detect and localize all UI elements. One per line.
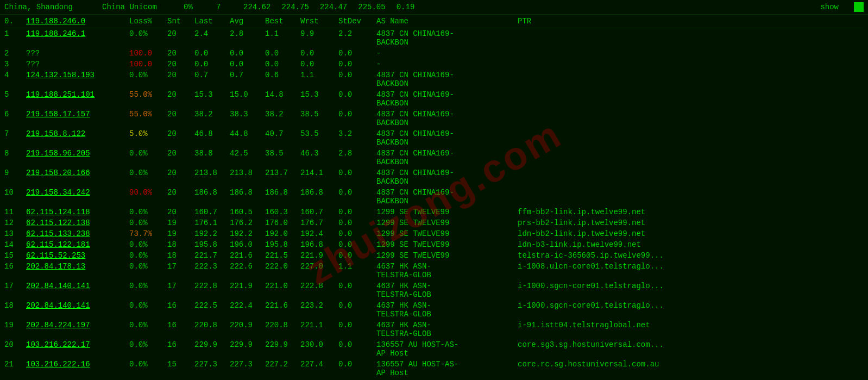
- row-best: 176.0: [265, 219, 300, 227]
- row-ptr: prs-bb2-link.ip.twelve99.net: [518, 219, 864, 227]
- row-avg: 38.3: [230, 110, 265, 127]
- row-ptr: i-1000.sgcn-core01.telstraglo...: [518, 282, 864, 299]
- row-ptr: ffm-bb2-link.ip.twelve99.net: [518, 208, 864, 216]
- row-host[interactable]: 124.132.158.193: [26, 71, 129, 88]
- row-best: 229.9: [265, 340, 300, 358]
- row-stdev: 0.0: [338, 90, 376, 108]
- row-asn: 4837 CN CHINA169-BACKBON: [376, 29, 463, 47]
- row-hop: 9: [4, 169, 26, 186]
- row-stdev: 0.0: [338, 282, 376, 299]
- row-avg: 176.2: [230, 219, 265, 227]
- table-row: 1562.115.52.2530.0%18221.7221.6221.5221.…: [4, 250, 864, 261]
- row-stdev: 0.0: [338, 169, 376, 186]
- row-host[interactable]: 202.84.140.141: [26, 301, 129, 319]
- row-loss: 0.0%: [129, 321, 167, 338]
- col-asname: AS Name: [376, 17, 463, 26]
- row-wrst: 176.7: [300, 219, 338, 227]
- row-asn: 1299 SE TWELVE99: [376, 240, 463, 249]
- row-host[interactable]: 62.115.52.253: [26, 251, 129, 260]
- table-row: 20103.216.222.170.0%16229.9229.9229.9230…: [4, 339, 864, 359]
- row-last: 38.2: [194, 110, 230, 127]
- row-host[interactable]: 62.115.124.118: [26, 208, 129, 216]
- row-snt: 17: [167, 282, 194, 299]
- row-asn: 4837 CN CHINA169-BACKBON: [376, 71, 463, 88]
- row-last: 0.7: [194, 71, 230, 88]
- row-ptr: telstra-ic-365605.ip.twelve99...: [518, 251, 864, 260]
- row-asn: 4837 CN CHINA169-BACKBON: [376, 90, 463, 108]
- row-best: 222.0: [265, 262, 300, 279]
- row-host[interactable]: 219.158.96.205: [26, 149, 129, 166]
- row-avg: 196.0: [230, 240, 265, 249]
- row-loss: 0.0%: [129, 208, 167, 216]
- row-wrst: 214.1: [300, 169, 338, 186]
- row-avg: 222.6: [230, 262, 265, 279]
- row-host[interactable]: 202.84.224.197: [26, 321, 129, 338]
- header-val4: 225.05: [358, 3, 385, 11]
- row-last: 213.8: [194, 169, 230, 186]
- row-avg: 44.8: [230, 129, 265, 147]
- row-host[interactable]: 103.216.222.17: [26, 340, 129, 358]
- row-wrst: 9.9: [300, 29, 338, 47]
- row-snt: 16: [167, 321, 194, 338]
- row-ptr: i-1000.sgcn-core01.telstraglo...: [518, 301, 864, 319]
- header-val5: 0.19: [397, 3, 415, 11]
- row-snt: 18: [167, 251, 194, 260]
- row-hop: 6: [4, 110, 26, 127]
- row-stdev: 0.0: [338, 110, 376, 127]
- row-last: 2.4: [194, 29, 230, 47]
- row-ptr: [518, 29, 864, 47]
- row-ptr: [518, 71, 864, 88]
- row-snt: 19: [167, 219, 194, 227]
- row-host[interactable]: 219.158.34.242: [26, 188, 129, 205]
- row-stdev: 0.0: [338, 208, 376, 216]
- row-best: 38.5: [265, 149, 300, 166]
- header-snt: 7: [216, 3, 232, 11]
- row-host[interactable]: 219.158.8.122: [26, 129, 129, 147]
- row-loss: 0.0%: [129, 29, 167, 47]
- row-host[interactable]: 62.115.133.238: [26, 229, 129, 238]
- col-wrst: Wrst: [300, 17, 338, 26]
- row-host[interactable]: 119.188.246.1: [26, 29, 129, 47]
- row-loss: 0.0%: [129, 262, 167, 279]
- row-loss: 100.0: [129, 49, 167, 58]
- row-last: 220.8: [194, 321, 230, 338]
- row-wrst: 196.8: [300, 240, 338, 249]
- row-stdev: 0.0: [338, 240, 376, 249]
- row-last: 221.7: [194, 251, 230, 260]
- row-stdev: 0.0: [338, 360, 376, 377]
- row-asn: 1299 SE TWELVE99: [376, 219, 463, 227]
- row-host[interactable]: 62.115.122.181: [26, 240, 129, 249]
- table-row: 1162.115.124.1180.0%20160.7160.5160.3160…: [4, 207, 864, 217]
- row-host[interactable]: 119.188.251.101: [26, 90, 129, 108]
- row-snt: 20: [167, 149, 194, 166]
- row-snt: 20: [167, 129, 194, 147]
- col-hop: 0.: [4, 17, 26, 26]
- row-host[interactable]: 202.84.140.141: [26, 282, 129, 299]
- row-avg: 220.9: [230, 321, 265, 338]
- row-last: 195.8: [194, 240, 230, 249]
- row-last: 46.8: [194, 129, 230, 147]
- row-loss: 5.0%: [129, 129, 167, 147]
- row-snt: 15: [167, 360, 194, 377]
- row-stdev: 1.1: [338, 262, 376, 279]
- row-wrst: 53.5: [300, 129, 338, 147]
- row-last: 15.3: [194, 90, 230, 108]
- row-hop: 4: [4, 71, 26, 88]
- row-host[interactable]: 103.216.222.16: [26, 360, 129, 377]
- row-avg: 227.3: [230, 360, 265, 377]
- show-button[interactable]: show: [820, 3, 839, 11]
- row-host[interactable]: 62.115.122.138: [26, 219, 129, 227]
- row-host[interactable]: 219.158.17.157: [26, 110, 129, 127]
- row-loss: 0.0%: [129, 251, 167, 260]
- row-hop: 1: [4, 29, 26, 47]
- row-host[interactable]: 219.158.20.166: [26, 169, 129, 186]
- row-last: 160.7: [194, 208, 230, 216]
- row-snt: 20: [167, 169, 194, 186]
- row-asn: 136557 AU HOST-AS-AP Host: [376, 360, 463, 377]
- row-host[interactable]: 202.84.178.13: [26, 262, 129, 279]
- row-avg: 221.6: [230, 251, 265, 260]
- row-asn: -: [376, 60, 463, 68]
- col-ptr: PTR: [518, 17, 864, 26]
- row-loss: 90.0%: [129, 188, 167, 205]
- row-stdev: 0.0: [338, 71, 376, 88]
